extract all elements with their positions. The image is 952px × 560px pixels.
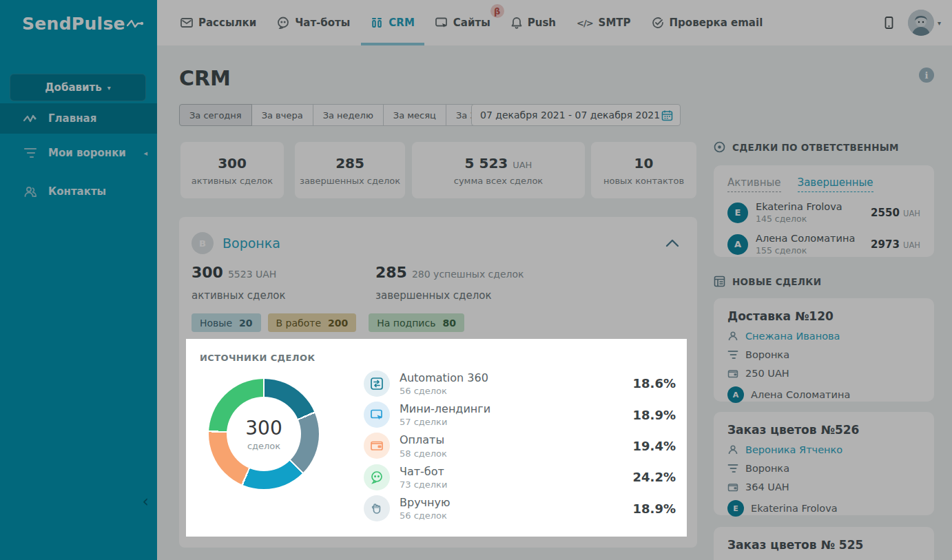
legend-percent: 24.2%	[633, 470, 676, 484]
legend-name: Вручную	[400, 496, 450, 509]
legend-row-automation: Automation 36056 сделок 18.6%	[364, 368, 676, 399]
legend-row-payments: Оплаты58 сделок 19.4%	[364, 431, 676, 462]
legend-percent: 18.9%	[633, 408, 676, 422]
automation-icon	[364, 371, 390, 397]
legend-deals: 58 сделок	[400, 448, 447, 459]
legend-deals: 56 сделок	[400, 386, 488, 396]
deal-sources-section: ИСТОЧНИКИ СДЕЛОК 300 сделок Automation 3…	[186, 339, 687, 537]
legend-percent: 19.4%	[633, 439, 676, 453]
legend-row-chatbot: Чат-бот73 сделки 24.2%	[364, 462, 676, 492]
legend-name: Automation 360	[400, 371, 488, 384]
legend-deals: 56 сделок	[400, 510, 450, 521]
donut-total-label: сделок	[247, 441, 280, 451]
deal-sources-title: ИСТОЧНИКИ СДЕЛОК	[200, 353, 315, 363]
legend-percent: 18.9%	[633, 501, 676, 516]
legend-name: Мини-лендинги	[400, 402, 490, 415]
deal-sources-legend: Automation 36056 сделок 18.6% Мини-ленди…	[364, 368, 676, 524]
legend-percent: 18.6%	[633, 376, 676, 391]
legend-name: Оплаты	[400, 433, 447, 446]
legend-deals: 73 сделки	[400, 479, 447, 490]
legend-deals: 57 сделки	[400, 417, 490, 427]
legend-row-landings: Мини-лендинги57 сделки 18.9%	[364, 399, 676, 430]
donut-center: 300 сделок	[227, 397, 301, 471]
donut-total: 300	[245, 417, 282, 439]
chat-icon	[364, 464, 390, 490]
hand-icon	[364, 495, 390, 521]
legend-name: Чат-бот	[400, 465, 447, 478]
deal-sources-donut-chart: 300 сделок	[209, 379, 319, 489]
landing-icon	[364, 402, 390, 428]
legend-row-manual: Вручную56 сделок 18.9%	[364, 493, 676, 524]
wallet-icon	[364, 433, 390, 459]
